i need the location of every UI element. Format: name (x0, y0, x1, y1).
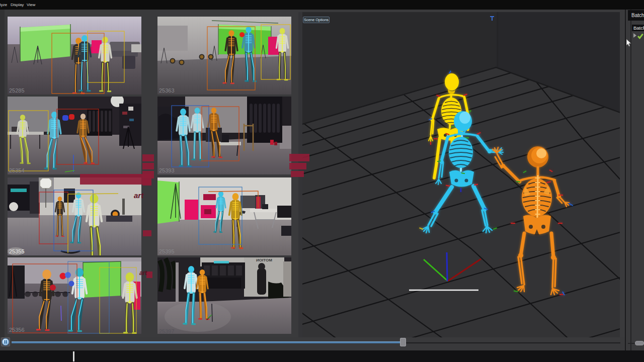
svg-text:25363: 25363 (159, 87, 175, 94)
svg-text:25355: 25355 (9, 248, 25, 254)
svg-text:25285: 25285 (9, 87, 25, 94)
svg-text:25393: 25393 (159, 167, 175, 173)
svg-text:ИOITOМ: ИOITOМ (256, 258, 272, 262)
svg-text:25395: 25395 (159, 248, 175, 254)
svg-text:25397: 25397 (159, 328, 175, 334)
svg-text:25354: 25354 (9, 167, 25, 173)
svg-text:25356: 25356 (9, 327, 25, 333)
